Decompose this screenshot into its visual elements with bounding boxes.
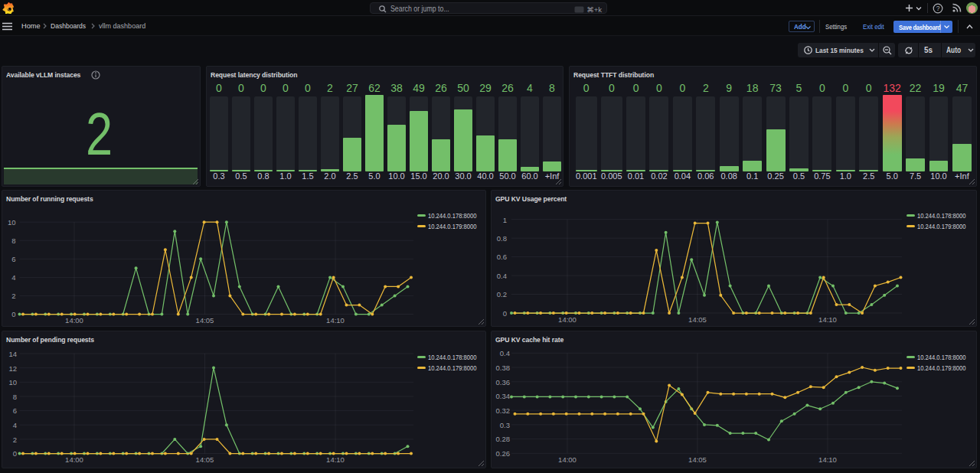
svg-text:0.8: 0.8 — [497, 234, 507, 243]
svg-text:14: 14 — [8, 350, 17, 358]
svg-text:0.6: 0.6 — [497, 253, 507, 261]
svg-text:0.2: 0.2 — [497, 290, 507, 298]
svg-text:14:10: 14:10 — [818, 315, 837, 324]
svg-text:10: 10 — [8, 218, 16, 227]
svg-text:14:10: 14:10 — [818, 455, 837, 464]
svg-text:14:10: 14:10 — [326, 316, 345, 325]
svg-text:0.3: 0.3 — [500, 421, 510, 429]
svg-text:6: 6 — [11, 255, 15, 263]
svg-text:0.4: 0.4 — [500, 349, 510, 357]
svg-text:0.32: 0.32 — [496, 406, 511, 415]
svg-text:14:05: 14:05 — [196, 455, 214, 464]
svg-text:6: 6 — [13, 406, 17, 415]
svg-text:0.28: 0.28 — [496, 435, 511, 443]
svg-text:4: 4 — [13, 421, 17, 429]
svg-text:14:00: 14:00 — [558, 315, 577, 324]
svg-text:14:05: 14:05 — [688, 315, 707, 324]
svg-text:0: 0 — [503, 309, 507, 318]
svg-text:0.34: 0.34 — [496, 392, 511, 400]
svg-text:8: 8 — [13, 393, 17, 401]
svg-text:14:00: 14:00 — [558, 455, 577, 464]
svg-text:1: 1 — [503, 216, 507, 224]
svg-text:0: 0 — [13, 449, 17, 458]
svg-text:0.26: 0.26 — [496, 449, 511, 458]
svg-text:?: ? — [936, 5, 940, 12]
svg-text:14:05: 14:05 — [196, 316, 214, 325]
svg-text:0.36: 0.36 — [496, 378, 511, 387]
svg-text:14:10: 14:10 — [326, 455, 345, 464]
svg-text:12: 12 — [8, 364, 17, 373]
svg-text:10: 10 — [8, 378, 17, 387]
svg-text:0.38: 0.38 — [496, 364, 511, 372]
svg-text:0.4: 0.4 — [497, 272, 507, 280]
svg-text:0: 0 — [11, 310, 15, 318]
svg-text:2: 2 — [11, 292, 15, 300]
svg-text:14:00: 14:00 — [65, 316, 83, 325]
svg-text:2: 2 — [13, 435, 17, 444]
svg-text:14:05: 14:05 — [688, 455, 707, 464]
svg-text:4: 4 — [11, 273, 15, 282]
svg-text:8: 8 — [11, 236, 15, 245]
svg-text:14:00: 14:00 — [65, 455, 83, 464]
